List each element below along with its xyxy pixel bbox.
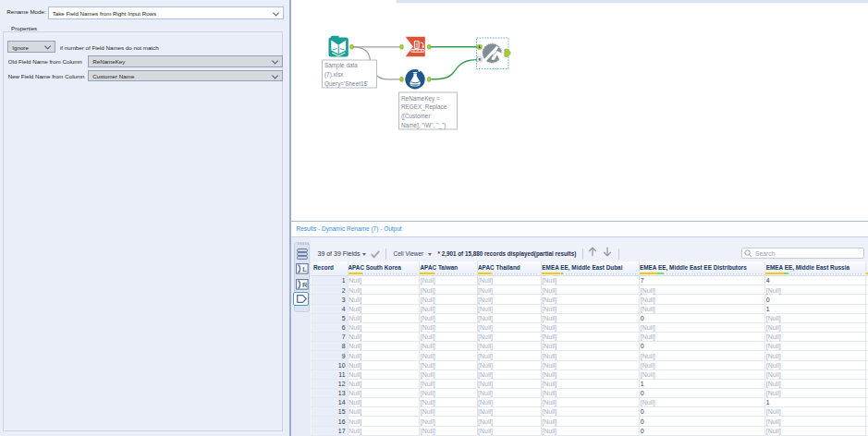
svg-text:(7).xlsx: (7).xlsx (324, 71, 344, 79)
svg-text:ReNameKey =: ReNameKey = (401, 95, 440, 103)
svg-text:([Customer: ([Customer (401, 113, 431, 120)
svg-text:R: R (478, 57, 481, 62)
svg-text:Name], "\W", "_"): Name], "\W", "_") (401, 122, 446, 129)
svg-text:Sample data: Sample data (324, 62, 358, 69)
svg-text:L: L (302, 265, 307, 273)
svg-text:Query='Sheet1$': Query='Sheet1$' (324, 80, 368, 88)
svg-text:REGEX_Replace: REGEX_Replace (401, 103, 447, 111)
svg-text:R: R (302, 281, 308, 289)
